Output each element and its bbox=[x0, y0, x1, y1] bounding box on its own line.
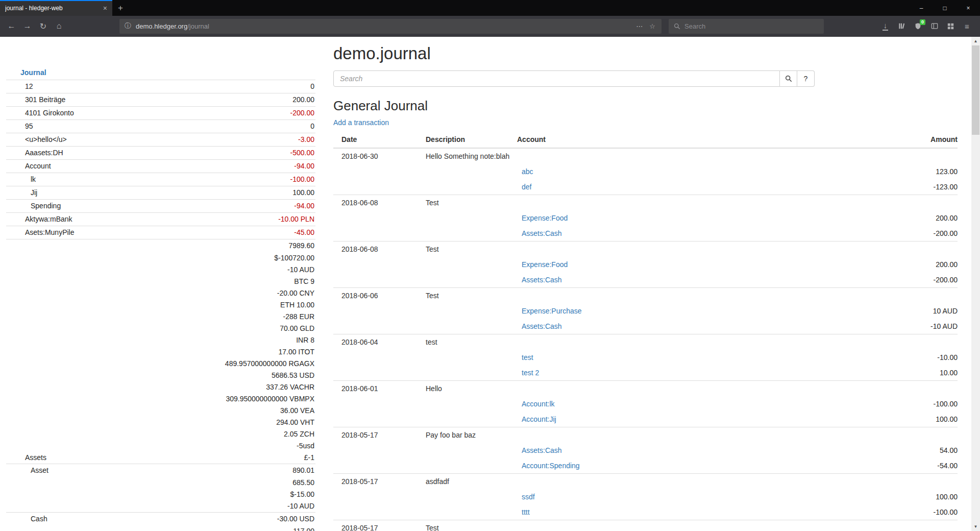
posting-account-link[interactable]: Assets:Cash bbox=[517, 229, 835, 237]
sidebar-account-row: -117.00 bbox=[6, 525, 315, 531]
posting-account-link[interactable]: Expense:Food bbox=[517, 260, 835, 269]
posting-account-link[interactable]: Expense:Food bbox=[517, 214, 835, 222]
home-button[interactable]: ⌂ bbox=[52, 19, 66, 34]
posting-account-link[interactable]: test bbox=[517, 353, 835, 361]
sidebar-account-row: 95 0 bbox=[6, 119, 315, 133]
sidebar-account-row: <u>hello</u> -3.00 bbox=[6, 133, 315, 146]
sidebar-account-row: Account -94.00 bbox=[6, 159, 315, 173]
maximize-button[interactable]: □ bbox=[933, 0, 957, 16]
downloads-button[interactable]: ↓ bbox=[878, 19, 892, 33]
sidebar-toggle-button[interactable] bbox=[927, 19, 941, 33]
sidebar-account-name[interactable]: 12 bbox=[6, 82, 310, 91]
transaction[interactable]: 2018-06-06 Test Expense:Purchase 10 AUD … bbox=[333, 287, 958, 334]
library-button[interactable] bbox=[895, 19, 909, 33]
url-domain: demo.hledger.org bbox=[136, 22, 187, 30]
posting-indent bbox=[333, 276, 517, 284]
posting-indent bbox=[333, 462, 517, 470]
sidebar-account-name[interactable]: Aktywa:mBank bbox=[6, 215, 278, 224]
tab-close-icon[interactable]: × bbox=[103, 5, 107, 12]
browser-tab[interactable]: journal - hledger-web × bbox=[0, 0, 112, 16]
sidebar-journal-link[interactable]: Journal bbox=[6, 66, 315, 80]
add-transaction-link[interactable]: Add a transaction bbox=[333, 118, 389, 127]
transaction[interactable]: 2018-06-04 test test -10.00 test 2 10.00 bbox=[333, 334, 958, 380]
reload-button[interactable]: ↻ bbox=[36, 19, 51, 34]
posting-account-link[interactable]: abc bbox=[517, 167, 835, 176]
posting-row: Assets:Cash -10 AUD bbox=[333, 319, 958, 334]
forward-button[interactable]: → bbox=[20, 19, 35, 34]
sidebar-account-name[interactable]: 95 bbox=[6, 122, 310, 131]
scrollbar-down-arrow-icon[interactable]: ▼ bbox=[971, 522, 980, 531]
posting-account-link[interactable]: Assets:Cash bbox=[517, 446, 835, 454]
posting-account-link[interactable]: Assets:Cash bbox=[517, 276, 835, 284]
scrollbar-up-arrow-icon[interactable]: ▲ bbox=[971, 37, 980, 45]
sidebar-account-name[interactable]: <u>hello</u> bbox=[6, 135, 298, 144]
bookmark-star-icon[interactable]: ☆ bbox=[648, 22, 656, 30]
transaction[interactable]: 2018-06-01 Hello Account:lk -100.00 Acco… bbox=[333, 380, 958, 427]
posting-account-link[interactable]: def bbox=[517, 183, 835, 191]
posting-account-link[interactable]: Assets:Cash bbox=[517, 322, 835, 330]
sidebar-account-name[interactable]: Spending bbox=[6, 202, 294, 210]
transaction-header-row: 2018-06-04 test bbox=[333, 334, 958, 350]
sidebar-account-name[interactable]: Aaasets:DH bbox=[6, 149, 290, 157]
sidebar-account-name[interactable]: Asset bbox=[6, 466, 292, 475]
sidebar-account-name[interactable]: Jij bbox=[6, 188, 292, 197]
back-button[interactable]: ← bbox=[4, 19, 19, 34]
apps-button[interactable] bbox=[944, 19, 958, 33]
sidebar-account-row: Asets:MunyPile -45.00 bbox=[6, 226, 315, 239]
extension-button[interactable]: 0 bbox=[911, 19, 925, 33]
close-button[interactable]: × bbox=[957, 0, 980, 16]
journal-search-input[interactable] bbox=[333, 70, 780, 87]
sidebar-account-name[interactable]: Assets bbox=[6, 453, 304, 462]
transaction[interactable]: 2018-05-17 Pay foo bar baz Assets:Cash 5… bbox=[333, 427, 958, 473]
sidebar-account-name[interactable]: lk bbox=[6, 175, 290, 184]
transaction[interactable]: 2018-05-17 Test bbox=[333, 520, 958, 531]
url-bar[interactable]: ⓘ demo.hledger.org/journal ⋯ ☆ bbox=[119, 19, 662, 34]
posting-indent bbox=[333, 229, 517, 237]
posting-account-link[interactable]: Account:Jij bbox=[517, 415, 835, 423]
sidebar-account-name[interactable]: 4101 Girokonto bbox=[6, 109, 290, 117]
transaction[interactable]: 2018-06-30 Hello Something note:blah abc… bbox=[333, 149, 958, 195]
sidebar-account-row: -5usd bbox=[6, 440, 315, 452]
browser-search-field[interactable]: Search bbox=[669, 19, 824, 34]
transaction[interactable]: 2018-05-17 asdfadf ssdf 100.00 tttt -100… bbox=[333, 473, 958, 520]
posting-account-link[interactable]: Account:lk bbox=[517, 400, 835, 408]
posting-amount: 100.00 bbox=[835, 493, 958, 501]
posting-indent bbox=[333, 167, 517, 176]
minimize-button[interactable]: – bbox=[910, 0, 933, 16]
sidebar-account-name[interactable]: Cash bbox=[6, 515, 277, 523]
transaction-description: Test bbox=[426, 199, 958, 207]
posting-account-link[interactable]: test 2 bbox=[517, 369, 835, 377]
sidebar-account-row: 489.957000000000 RGAGX bbox=[6, 358, 315, 370]
transaction-date: 2018-06-08 bbox=[333, 245, 426, 253]
transaction[interactable]: 2018-06-08 Test Expense:Food 200.00 Asse… bbox=[333, 195, 958, 241]
posting-indent bbox=[333, 260, 517, 269]
sidebar-account-name[interactable]: 301 Beiträge bbox=[6, 95, 292, 104]
sidebar-account-row: 12 0 bbox=[6, 80, 315, 93]
sidebar-account-row: 7989.60 bbox=[6, 239, 315, 252]
posting-account-link[interactable]: ssdf bbox=[517, 493, 835, 501]
page-scrollbar[interactable]: ▲ ▼ bbox=[971, 37, 980, 531]
sidebar-account-name[interactable]: Asets:MunyPile bbox=[6, 228, 294, 237]
site-info-icon[interactable]: ⓘ bbox=[125, 21, 131, 31]
sidebar-account-row: 294.00 VHT bbox=[6, 417, 315, 428]
search-help-button[interactable]: ? bbox=[797, 70, 815, 87]
posting-account-link[interactable]: Expense:Purchase bbox=[517, 307, 835, 315]
sidebar-account-row: $-15.00 bbox=[6, 489, 315, 500]
sidebar-account-row: Spending -94.00 bbox=[6, 199, 315, 212]
transaction-header-row: 2018-05-17 asdfadf bbox=[333, 474, 958, 489]
section-heading: General Journal bbox=[333, 98, 958, 113]
posting-account-link[interactable]: Account:Spending bbox=[517, 462, 835, 470]
transaction-date: 2018-06-08 bbox=[333, 199, 426, 207]
transaction[interactable]: 2018-06-08 Test Expense:Food 200.00 Asse… bbox=[333, 241, 958, 287]
menu-button[interactable]: ≡ bbox=[960, 19, 974, 33]
sidebar-account-row: 2.05 ZCH bbox=[6, 428, 315, 440]
posting-amount: -200.00 bbox=[835, 276, 958, 284]
sidebar-account-row: Jij 100.00 bbox=[6, 186, 315, 199]
sidebar-account-row: -288 EUR bbox=[6, 311, 315, 323]
page-actions-icon[interactable]: ⋯ bbox=[635, 22, 644, 30]
new-tab-button[interactable]: + bbox=[112, 0, 129, 16]
posting-account-link[interactable]: tttt bbox=[517, 508, 835, 516]
scrollbar-thumb[interactable] bbox=[972, 45, 979, 135]
sidebar-account-name[interactable]: Account bbox=[6, 162, 294, 171]
journal-search-button[interactable] bbox=[780, 70, 797, 87]
